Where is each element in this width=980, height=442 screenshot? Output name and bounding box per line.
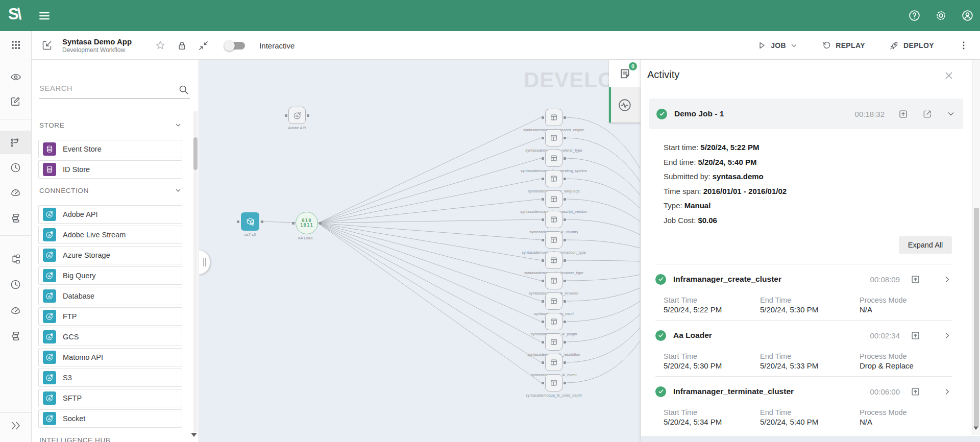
gauge-icon[interactable] — [0, 305, 31, 317]
palette-scrollbar-thumb[interactable] — [193, 137, 198, 170]
start-time-label: Start Time — [664, 352, 760, 360]
syntasa-logo: S\ — [8, 5, 20, 23]
id-store-database-icon — [43, 163, 56, 176]
activity-tab[interactable] — [609, 87, 641, 122]
palette-item-label: SFTP — [63, 394, 82, 402]
database-icon — [43, 289, 56, 303]
detail-label: End time: — [664, 158, 696, 166]
detail-value: Manual — [684, 201, 711, 210]
account-icon[interactable] — [961, 9, 974, 22]
help-icon[interactable] — [908, 9, 921, 22]
detail-label: Submitted by: — [664, 172, 710, 181]
edit-icon[interactable] — [0, 95, 31, 108]
table-icon — [545, 190, 562, 208]
palette-item-label: Big Query — [63, 272, 95, 280]
clock-icon[interactable] — [0, 279, 31, 291]
settings-gear-icon[interactable] — [935, 9, 947, 22]
favorite-star-icon[interactable] — [154, 39, 166, 52]
export-log-icon[interactable] — [898, 109, 909, 119]
canvas-node-aa-loader[interactable]: 010 1011 AA Load... — [276, 212, 337, 241]
apps-grid-icon[interactable] — [0, 39, 31, 51]
search-icon[interactable] — [178, 84, 189, 95]
left-icon-rail — [0, 31, 32, 442]
matomo-api-icon — [43, 351, 56, 364]
palette-item[interactable]: ID Store — [38, 160, 182, 179]
palette-item-label: Database — [63, 292, 94, 300]
success-check-icon — [656, 109, 667, 119]
more-options-kebab-icon[interactable] — [958, 39, 970, 52]
palette-item[interactable]: Big Query — [38, 266, 182, 285]
expand-all-button[interactable]: Expand All — [899, 236, 952, 254]
table-icon — [545, 150, 562, 167]
canvas-node-label: Adobe API — [285, 126, 309, 131]
open-workflow-icon[interactable] — [41, 39, 53, 52]
export-log-icon[interactable] — [910, 274, 921, 285]
job-summary-row[interactable]: Demo Job - 1 00:18:32 — [649, 99, 963, 129]
lock-icon[interactable] — [176, 39, 188, 52]
search-input[interactable] — [39, 80, 172, 95]
step-name: Aa Loader — [673, 331, 870, 340]
canvas-node-label: us7-s3 — [244, 233, 256, 237]
palette-item-label: FTP — [63, 312, 77, 321]
event-store-database-icon — [43, 142, 56, 156]
end-time-label: End Time — [760, 352, 860, 360]
eye-icon[interactable] — [0, 71, 31, 83]
palette-item[interactable]: Adobe API — [38, 205, 182, 224]
start-time-label: Start Time — [664, 296, 760, 304]
canvas-node-lookup-table[interactable]: syntasademoapp_lk_color_depth — [523, 374, 584, 398]
palette-item[interactable]: Event Store — [38, 140, 182, 158]
interactive-toggle[interactable] — [226, 42, 245, 50]
palette-scroll-down-icon[interactable] — [191, 433, 197, 437]
expand-chevron-right-icon[interactable] — [942, 275, 952, 284]
activity-scroll-down-icon[interactable] — [973, 427, 978, 430]
section-header-store[interactable]: STORE — [39, 121, 182, 129]
notes-tab[interactable]: 0 — [609, 60, 641, 87]
canvas-side-tabs: 0 — [609, 60, 641, 122]
pipeline-icon[interactable] — [0, 136, 31, 149]
canvas-node-s3-source[interactable]: us7-s3 — [219, 212, 281, 237]
replay-button[interactable]: REPLAY — [821, 40, 865, 51]
layers-icon[interactable] — [0, 212, 31, 225]
activity-pulse-icon — [617, 97, 632, 113]
palette-item[interactable]: Adobe Live Stream — [38, 226, 182, 244]
clock-icon[interactable] — [0, 162, 31, 174]
export-log-icon[interactable] — [910, 330, 921, 341]
open-in-new-icon[interactable] — [922, 109, 933, 119]
layers-icon[interactable] — [0, 330, 31, 342]
activity-scrollbar-thumb[interactable] — [974, 208, 979, 427]
hamburger-menu-icon[interactable] — [38, 9, 51, 22]
workflow-canvas[interactable]: DEVELOP Adobe API us7-s3 010 1011 AA Loa… — [199, 60, 641, 442]
close-icon[interactable] — [943, 70, 954, 81]
collapse-chevron-down-icon[interactable] — [946, 109, 956, 119]
job-button[interactable]: JOB — [756, 40, 798, 51]
palette-item[interactable]: Matomo API — [38, 348, 182, 366]
job-duration: 00:18:32 — [855, 110, 885, 118]
expand-chevron-right-icon[interactable] — [942, 331, 952, 340]
detail-label: Type: — [664, 201, 682, 210]
gauge-icon[interactable] — [0, 187, 31, 199]
expand-rail-double-chevron-icon[interactable] — [0, 419, 31, 431]
detail-value: syntasa.demo — [713, 172, 764, 181]
palette-item[interactable]: FTP — [38, 307, 182, 326]
palette-item[interactable]: SFTP — [38, 389, 182, 407]
deploy-button[interactable]: DEPLOY — [889, 40, 934, 51]
collapse-fullscreen-icon[interactable] — [197, 39, 209, 52]
top-app-bar: S\ — [0, 0, 980, 31]
palette-item[interactable]: Socket — [38, 409, 182, 428]
expand-chevron-right-icon[interactable] — [942, 387, 952, 397]
end-time-label: End Time — [760, 408, 860, 416]
hierarchy-icon[interactable] — [0, 253, 31, 265]
section-header-connection[interactable]: CONNECTION — [39, 186, 182, 194]
table-icon — [545, 231, 562, 249]
end-time-value: 5/20/24, 5:33 PM — [760, 361, 860, 370]
palette-item[interactable]: GCS — [38, 328, 182, 346]
palette-item-label: Matomo API — [63, 353, 103, 361]
table-icon — [545, 313, 562, 330]
palette-item[interactable]: S3 — [38, 369, 182, 387]
component-palette: STORE Event Store ID Store — [32, 60, 199, 442]
adobe-live-stream-icon — [43, 228, 56, 241]
canvas-node-adobe-api[interactable]: Adobe API — [266, 107, 328, 131]
export-log-icon[interactable] — [910, 386, 921, 397]
palette-item[interactable]: Azure Storage — [38, 246, 182, 264]
palette-item[interactable]: Database — [38, 287, 182, 305]
